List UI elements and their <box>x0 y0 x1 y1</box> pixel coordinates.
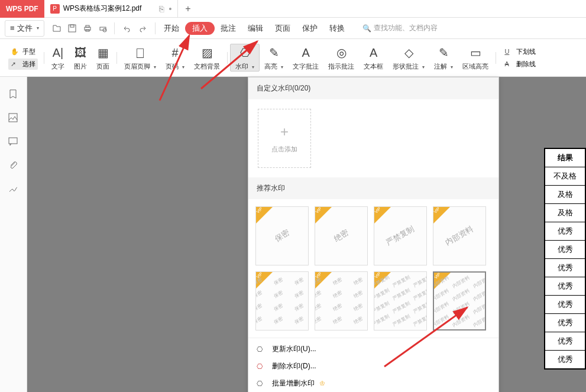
underline-icon: U <box>504 48 514 55</box>
ribbon-区域高亮[interactable]: ▭区域高亮 <box>458 44 493 71</box>
watermark-icon: ⎔ <box>257 345 267 354</box>
ribbon-icon: ▨ <box>202 44 213 61</box>
left-sidebar <box>0 77 27 392</box>
hamburger-icon: ≡ <box>10 24 15 33</box>
table-row: 优秀 <box>545 259 585 277</box>
ribbon-mode-group: ✋手型 ➚选择 <box>5 46 41 70</box>
ribbon-注解[interactable]: ✎注解 ▾ <box>429 44 458 71</box>
menu-tab-4[interactable]: 页面 <box>269 23 296 34</box>
watermark-preset[interactable]: 保密保密保密保密保密保密保密保密保密保密保密保密 <box>255 271 309 331</box>
ribbon-高亮[interactable]: ✎高亮 ▾ <box>260 44 288 71</box>
print-icon[interactable] <box>82 23 93 34</box>
ribbon-指示批注[interactable]: ◎指示批注 <box>323 44 359 71</box>
ribbon-页码[interactable]: #页码 ▾ <box>161 44 189 71</box>
vip-badge <box>256 207 273 223</box>
table-row: 不及格 <box>545 167 585 186</box>
bookmark-icon[interactable] <box>8 89 20 101</box>
table-row: 优秀 <box>545 314 585 332</box>
comment-icon[interactable] <box>8 136 20 148</box>
ribbon-页面[interactable]: ▦页面 <box>92 44 114 71</box>
ribbon-icon: 🖼 <box>75 44 86 61</box>
table-row: 优秀 <box>545 332 585 351</box>
custom-watermark-title: 自定义水印(0/20) <box>248 77 498 99</box>
chevron-down-icon: ▾ <box>252 64 254 70</box>
ribbon-文字批注[interactable]: A文字批注 <box>288 44 323 71</box>
watermark-grid: 保密绝密严禁复制内部资料保密保密保密保密保密保密保密保密保密保密保密保密绝密绝密… <box>248 199 498 338</box>
open-icon[interactable] <box>51 23 62 34</box>
ribbon-icon: ◇ <box>404 44 413 61</box>
ribbon-icon: ▦ <box>98 44 109 61</box>
underline-tool[interactable]: U下划线 <box>502 46 538 57</box>
ribbon-图片[interactable]: 🖼图片 <box>69 44 92 71</box>
ribbon-文本框[interactable]: A文本框 <box>359 44 388 71</box>
image-icon[interactable] <box>8 112 20 124</box>
menu-tab-0[interactable]: 开始 <box>158 23 185 34</box>
watermark-preset[interactable]: 严禁复制 <box>374 206 427 265</box>
file-menu[interactable]: ≡ 文件 ▾ <box>5 20 44 37</box>
batch-watermark-action[interactable]: ⎔ 批量增删水印 ♔ <box>248 375 498 392</box>
watermark-preset[interactable]: 绝密绝密绝密绝密绝密绝密绝密绝密绝密绝密绝密绝密 <box>315 271 368 331</box>
delete-watermark-icon: ⎔ <box>257 362 267 371</box>
chevron-down-icon: ▾ <box>154 64 156 70</box>
select-tool[interactable]: ➚选择 <box>8 59 38 70</box>
divider <box>44 52 44 64</box>
table-row: 优秀 <box>545 241 585 259</box>
signature-icon[interactable] <box>8 183 20 195</box>
menu-tab-1[interactable]: 插入 <box>185 22 215 35</box>
strikethrough-tool[interactable]: A删除线 <box>502 59 538 70</box>
search-box[interactable]: 🔍 查找功能、文档内容 <box>362 23 438 33</box>
ribbon-水印[interactable]: ⎔水印 ▾ <box>230 44 260 72</box>
ribbon-icon: A <box>302 44 310 61</box>
table-row: 及格 <box>545 204 585 222</box>
chevron-down-icon: ▾ <box>37 25 39 31</box>
watermark-preset[interactable]: 内部资料内部资料内部资料内部资料内部资料内部资料内部资料内部资料内部资料内部资料… <box>433 271 486 331</box>
hand-tool[interactable]: ✋手型 <box>8 46 38 57</box>
menu-tab-5[interactable]: 保护 <box>296 23 323 34</box>
ribbon-文字[interactable]: A|文字 <box>47 44 69 71</box>
divider <box>114 22 115 34</box>
watermark-preset[interactable]: 绝密 <box>315 206 368 265</box>
watermark-preset[interactable]: 保密 <box>255 206 309 265</box>
ribbon-文档背景[interactable]: ▨文档背景 <box>189 44 225 71</box>
menu-tab-2[interactable]: 批注 <box>215 23 242 34</box>
attachment-icon[interactable] <box>8 160 20 171</box>
chevron-down-icon: ▾ <box>281 64 283 70</box>
document-tab[interactable]: P WPS表格练习案例12.pdf ⎘ • <box>44 0 179 18</box>
ribbon-icon: ✎ <box>439 44 449 61</box>
chevron-down-icon: ▾ <box>451 64 453 70</box>
ribbon-text-decoration: U下划线 A删除线 <box>498 46 542 70</box>
save-icon[interactable] <box>67 23 77 34</box>
hand-icon: ✋ <box>11 48 20 56</box>
crown-icon: ♔ <box>319 380 325 387</box>
divider <box>496 52 496 64</box>
table-row: 优秀 <box>545 222 585 241</box>
ribbon-icon: ◎ <box>336 44 347 61</box>
ribbon-icon: ▭ <box>470 44 481 61</box>
watermark-dropdown-panel: 自定义水印(0/20) + 点击添加 推荐水印 保密绝密严禁复制内部资料保密保密… <box>248 77 499 392</box>
ribbon-页眉页脚[interactable]: ⎕页眉页脚 ▾ <box>119 44 161 71</box>
delete-watermark-action[interactable]: ⎔ 删除水印(D)... <box>248 358 498 375</box>
ribbon-icon: ⎕ <box>137 44 144 61</box>
vip-badge <box>315 207 332 223</box>
ribbon-形状批注[interactable]: ◇形状批注 ▾ <box>388 44 429 71</box>
tab-dropdown-icon[interactable]: ⎘ <box>159 4 164 14</box>
add-watermark-button[interactable]: + 点击添加 <box>258 109 311 168</box>
new-tab-button[interactable]: + <box>178 4 198 14</box>
custom-watermark-area: + 点击添加 <box>248 99 498 177</box>
pdf-page: 结果 不及格及格及格优秀优秀优秀优秀优秀优秀优秀优秀 <box>544 148 586 370</box>
print-preview-icon[interactable] <box>98 23 108 34</box>
menu-tab-3[interactable]: 编辑 <box>242 23 269 34</box>
table-row: 优秀 <box>545 277 585 296</box>
ribbon-icon: ⎔ <box>240 44 250 61</box>
watermark-preset[interactable]: 严禁复制严禁复制严禁复制严禁复制严禁复制严禁复制严禁复制严禁复制严禁复制严禁复制… <box>374 271 427 331</box>
watermark-preset[interactable]: 内部资料 <box>433 206 486 265</box>
chevron-down-icon: ▾ <box>182 64 184 70</box>
update-watermark-action[interactable]: ⎔ 更新水印(U)... <box>248 341 498 358</box>
menu-tab-6[interactable]: 转换 <box>323 23 351 34</box>
redo-icon[interactable] <box>138 23 149 34</box>
cursor-icon: ➚ <box>11 60 20 68</box>
pdf-icon: P <box>50 4 60 14</box>
ribbon-icon: A| <box>53 44 64 61</box>
undo-icon[interactable] <box>121 23 131 34</box>
close-icon[interactable]: • <box>169 4 171 14</box>
